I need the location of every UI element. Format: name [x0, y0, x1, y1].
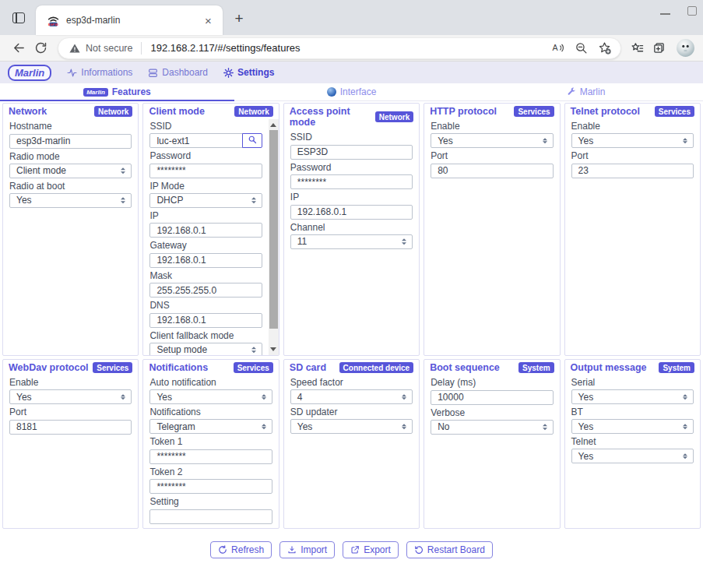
field-control: [149, 509, 272, 524]
workspaces-button[interactable]: [9, 8, 29, 28]
text-input[interactable]: [290, 205, 413, 220]
field-control: [149, 449, 272, 464]
address-bar[interactable]: Not secure 192.168.2.117/#/settings/feat…: [58, 37, 621, 59]
text-input[interactable]: [149, 253, 262, 268]
panel-header: HTTP protocol Services: [424, 104, 559, 118]
maximize-icon[interactable]: [687, 6, 697, 16]
panel-body: Delay (ms) Verbose No: [424, 375, 559, 442]
text-input[interactable]: [149, 313, 262, 328]
scrollbar-thumb[interactable]: [269, 130, 278, 329]
text-input[interactable]: [149, 283, 262, 298]
collections-button[interactable]: [648, 37, 670, 59]
text-input[interactable]: [9, 420, 132, 435]
field-control: [149, 479, 272, 495]
dashboard-icon: [148, 68, 158, 78]
add-favorite-button[interactable]: [594, 38, 614, 58]
gear-icon: [223, 68, 234, 78]
browser-tab-strip: ESP3D esp3d-marlin × +: [0, 0, 703, 35]
text-input[interactable]: [290, 145, 413, 160]
zoom-out-button[interactable]: [571, 38, 591, 58]
minimize-icon[interactable]: [660, 13, 670, 15]
panel-body: Enable Yes Port: [424, 118, 559, 186]
select-input[interactable]: Yes: [431, 133, 553, 148]
profile-avatar[interactable]: [676, 38, 695, 58]
read-aloud-button[interactable]: A: [547, 38, 568, 58]
select-input[interactable]: Client mode: [9, 164, 132, 178]
panel-body: SSID Password IP Mode DHCP IP Gateway Ma…: [143, 118, 278, 356]
select-input[interactable]: 4: [290, 389, 413, 404]
text-input[interactable]: [149, 164, 262, 178]
form-field: Mask: [149, 271, 262, 298]
select-input[interactable]: DHCP: [149, 193, 262, 208]
back-button[interactable]: [8, 37, 30, 59]
nav-item-settings[interactable]: Settings: [223, 67, 274, 78]
refresh-button[interactable]: Refresh: [210, 541, 272, 558]
marlin-logo[interactable]: Marlin: [8, 65, 51, 81]
nav-item-informations[interactable]: Informations: [67, 67, 132, 78]
form-field: BT Yes: [571, 407, 694, 434]
tab-features[interactable]: Marlin Features: [0, 83, 234, 100]
field-control: Yes: [290, 419, 413, 434]
field-label: Gateway: [149, 241, 262, 250]
caret-updown-icon: [683, 138, 687, 144]
import-button[interactable]: Import: [279, 541, 335, 558]
field-label: Client fallback mode: [149, 331, 262, 340]
panel-badge: Network: [375, 111, 413, 122]
panel-scrollbar[interactable]: [269, 119, 279, 355]
new-tab-button[interactable]: +: [229, 9, 249, 29]
text-input[interactable]: [149, 509, 272, 524]
export-button[interactable]: Export: [343, 541, 399, 558]
browser-tab[interactable]: ESP3D esp3d-marlin ×: [36, 5, 223, 35]
text-input[interactable]: [149, 449, 272, 464]
activity-icon: [67, 68, 77, 78]
form-field: Password: [149, 151, 262, 178]
ssid-scan-button[interactable]: [242, 133, 262, 148]
scrollbar-up-button[interactable]: [269, 120, 279, 130]
text-input[interactable]: [149, 223, 262, 238]
text-input[interactable]: [431, 164, 553, 178]
text-input[interactable]: [149, 133, 242, 148]
text-input[interactable]: [149, 479, 272, 494]
tab-title: esp3d-marlin: [66, 15, 202, 26]
text-input[interactable]: [571, 164, 694, 178]
form-field: Telnet Yes: [571, 437, 694, 463]
import-icon: [287, 545, 297, 555]
triangle-up-icon: [270, 123, 276, 127]
select-input[interactable]: Yes: [571, 389, 694, 404]
restart-board-button[interactable]: Restart Board: [406, 541, 493, 558]
text-input[interactable]: [431, 390, 553, 405]
tab-marlin[interactable]: Marlin: [469, 83, 703, 100]
favorites-bar-button[interactable]: [626, 37, 648, 59]
form-field: IP Mode DHCP: [149, 181, 262, 208]
panel-title: HTTP protocol: [430, 106, 497, 117]
text-input[interactable]: [290, 174, 413, 189]
button-label: Refresh: [231, 544, 264, 555]
tab-interface[interactable]: Interface: [234, 83, 469, 100]
nav-item-dashboard[interactable]: Dashboard: [148, 67, 208, 78]
tab-close-button[interactable]: ×: [202, 14, 215, 27]
field-control: [149, 312, 262, 328]
select-input[interactable]: Yes: [571, 419, 694, 434]
select-input[interactable]: Telegram: [149, 419, 272, 434]
select-input[interactable]: 11: [290, 234, 413, 249]
security-label[interactable]: Not secure: [86, 43, 132, 54]
select-input[interactable]: Yes: [571, 449, 694, 463]
reload-button[interactable]: [30, 37, 51, 59]
select-input[interactable]: Setup mode: [149, 343, 262, 357]
field-control: [431, 163, 553, 178]
select-input[interactable]: No: [431, 420, 553, 435]
text-input[interactable]: [9, 134, 132, 149]
select-input[interactable]: Yes: [9, 193, 132, 208]
select-input[interactable]: Yes: [571, 133, 694, 148]
select-input[interactable]: Yes: [290, 419, 413, 434]
button-label: Restart Board: [427, 544, 485, 555]
url-text[interactable]: 192.168.2.117/#/settings/features: [150, 42, 544, 54]
form-field: Port: [571, 151, 694, 178]
field-control: Yes: [149, 389, 272, 404]
caret-updown-icon: [683, 453, 687, 459]
scrollbar-down-button[interactable]: [269, 344, 279, 354]
panel-webdav-protocol: WebDav protocol Services Enable Yes Port: [2, 359, 139, 529]
select-input[interactable]: Yes: [9, 389, 132, 404]
field-label: Enable: [571, 121, 694, 131]
select-input[interactable]: Yes: [149, 389, 272, 404]
